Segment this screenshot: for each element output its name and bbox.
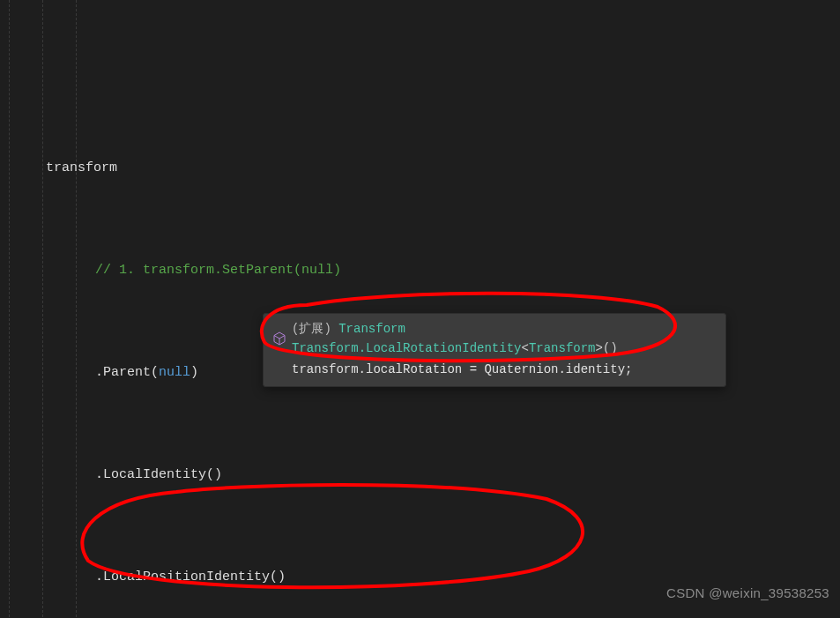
declaring-type: Transform (292, 341, 359, 355)
signature-help-popup: (扩展) Transform Transform.LocalRotationId… (263, 313, 726, 387)
code-line[interactable]: transform (9, 155, 840, 181)
code-line[interactable]: .LocalIdentity() (9, 462, 840, 488)
extension-label: (扩展) (292, 322, 331, 336)
code-editor[interactable]: transform // 1. transform.SetParent(null… (0, 0, 840, 618)
generic-type: Transform (529, 341, 596, 355)
tooltip-description: transform.localRotation = Quaternion.ide… (292, 360, 717, 379)
return-type: Transform (338, 322, 405, 336)
method-call: .LocalPositionIdentity() (95, 570, 286, 584)
watermark: CSDN @weixin_39538253 (666, 580, 829, 606)
identifier: transform (46, 160, 117, 175)
method-name: .LocalRotationIdentity (359, 341, 522, 355)
method-call: .Parent( (95, 365, 159, 380)
keyword-null: null (159, 365, 190, 380)
extension-cube-icon (272, 331, 286, 346)
method-call: .LocalIdentity() (95, 467, 222, 482)
punct: ) (190, 365, 198, 380)
code-line[interactable]: // 1. transform.SetParent(null) (9, 257, 840, 283)
comment: // 1. transform.SetParent(null) (95, 263, 341, 278)
